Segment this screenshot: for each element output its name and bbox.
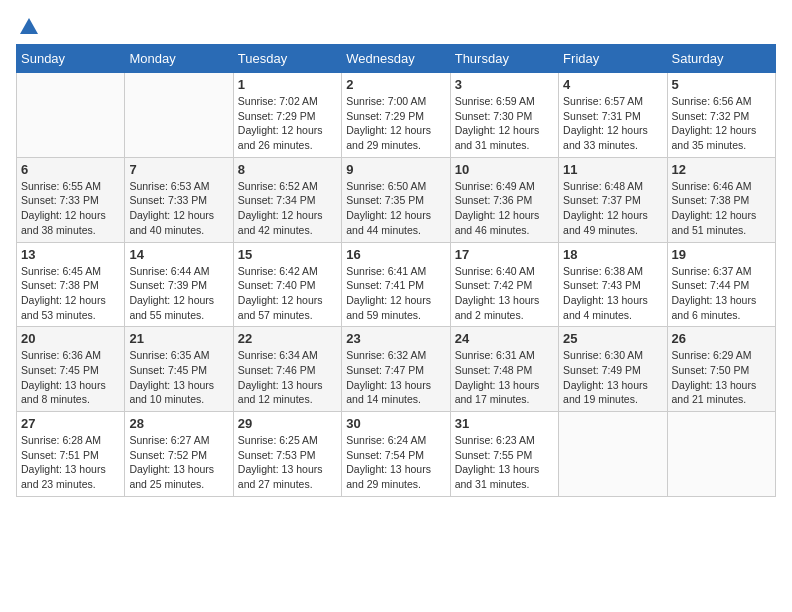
day-number: 16	[346, 247, 445, 262]
day-number: 12	[672, 162, 771, 177]
day-number: 4	[563, 77, 662, 92]
day-number: 17	[455, 247, 554, 262]
day-info: Sunrise: 6:59 AM Sunset: 7:30 PM Dayligh…	[455, 94, 554, 153]
day-info: Sunrise: 6:23 AM Sunset: 7:55 PM Dayligh…	[455, 433, 554, 492]
day-info: Sunrise: 7:02 AM Sunset: 7:29 PM Dayligh…	[238, 94, 337, 153]
day-info: Sunrise: 6:48 AM Sunset: 7:37 PM Dayligh…	[563, 179, 662, 238]
day-info: Sunrise: 6:28 AM Sunset: 7:51 PM Dayligh…	[21, 433, 120, 492]
day-number: 3	[455, 77, 554, 92]
day-info: Sunrise: 6:44 AM Sunset: 7:39 PM Dayligh…	[129, 264, 228, 323]
day-info: Sunrise: 6:32 AM Sunset: 7:47 PM Dayligh…	[346, 348, 445, 407]
calendar-cell: 12Sunrise: 6:46 AM Sunset: 7:38 PM Dayli…	[667, 157, 775, 242]
calendar-cell: 19Sunrise: 6:37 AM Sunset: 7:44 PM Dayli…	[667, 242, 775, 327]
calendar-cell: 5Sunrise: 6:56 AM Sunset: 7:32 PM Daylig…	[667, 73, 775, 158]
day-number: 27	[21, 416, 120, 431]
calendar-cell	[125, 73, 233, 158]
day-info: Sunrise: 6:56 AM Sunset: 7:32 PM Dayligh…	[672, 94, 771, 153]
day-info: Sunrise: 6:38 AM Sunset: 7:43 PM Dayligh…	[563, 264, 662, 323]
day-header-tuesday: Tuesday	[233, 45, 341, 73]
day-info: Sunrise: 6:52 AM Sunset: 7:34 PM Dayligh…	[238, 179, 337, 238]
calendar-cell: 13Sunrise: 6:45 AM Sunset: 7:38 PM Dayli…	[17, 242, 125, 327]
day-header-friday: Friday	[559, 45, 667, 73]
day-info: Sunrise: 6:46 AM Sunset: 7:38 PM Dayligh…	[672, 179, 771, 238]
day-info: Sunrise: 6:31 AM Sunset: 7:48 PM Dayligh…	[455, 348, 554, 407]
day-header-sunday: Sunday	[17, 45, 125, 73]
week-row-3: 13Sunrise: 6:45 AM Sunset: 7:38 PM Dayli…	[17, 242, 776, 327]
day-info: Sunrise: 6:27 AM Sunset: 7:52 PM Dayligh…	[129, 433, 228, 492]
week-row-4: 20Sunrise: 6:36 AM Sunset: 7:45 PM Dayli…	[17, 327, 776, 412]
calendar-cell	[559, 412, 667, 497]
calendar-cell: 16Sunrise: 6:41 AM Sunset: 7:41 PM Dayli…	[342, 242, 450, 327]
day-info: Sunrise: 6:40 AM Sunset: 7:42 PM Dayligh…	[455, 264, 554, 323]
day-info: Sunrise: 6:57 AM Sunset: 7:31 PM Dayligh…	[563, 94, 662, 153]
calendar-cell: 30Sunrise: 6:24 AM Sunset: 7:54 PM Dayli…	[342, 412, 450, 497]
day-info: Sunrise: 6:53 AM Sunset: 7:33 PM Dayligh…	[129, 179, 228, 238]
logo-icon	[18, 16, 40, 38]
calendar-cell: 28Sunrise: 6:27 AM Sunset: 7:52 PM Dayli…	[125, 412, 233, 497]
day-number: 24	[455, 331, 554, 346]
day-number: 7	[129, 162, 228, 177]
day-info: Sunrise: 6:24 AM Sunset: 7:54 PM Dayligh…	[346, 433, 445, 492]
page-header	[16, 16, 776, 34]
day-info: Sunrise: 6:41 AM Sunset: 7:41 PM Dayligh…	[346, 264, 445, 323]
day-info: Sunrise: 6:36 AM Sunset: 7:45 PM Dayligh…	[21, 348, 120, 407]
calendar-cell: 22Sunrise: 6:34 AM Sunset: 7:46 PM Dayli…	[233, 327, 341, 412]
day-info: Sunrise: 6:34 AM Sunset: 7:46 PM Dayligh…	[238, 348, 337, 407]
day-number: 18	[563, 247, 662, 262]
day-number: 26	[672, 331, 771, 346]
day-number: 30	[346, 416, 445, 431]
week-row-2: 6Sunrise: 6:55 AM Sunset: 7:33 PM Daylig…	[17, 157, 776, 242]
day-number: 5	[672, 77, 771, 92]
calendar-cell: 25Sunrise: 6:30 AM Sunset: 7:49 PM Dayli…	[559, 327, 667, 412]
day-number: 8	[238, 162, 337, 177]
day-number: 31	[455, 416, 554, 431]
day-number: 10	[455, 162, 554, 177]
calendar-cell: 20Sunrise: 6:36 AM Sunset: 7:45 PM Dayli…	[17, 327, 125, 412]
logo	[16, 16, 40, 34]
day-number: 2	[346, 77, 445, 92]
day-number: 20	[21, 331, 120, 346]
calendar-table: SundayMondayTuesdayWednesdayThursdayFrid…	[16, 44, 776, 497]
calendar-cell	[17, 73, 125, 158]
day-info: Sunrise: 6:42 AM Sunset: 7:40 PM Dayligh…	[238, 264, 337, 323]
calendar-cell: 4Sunrise: 6:57 AM Sunset: 7:31 PM Daylig…	[559, 73, 667, 158]
calendar-cell: 23Sunrise: 6:32 AM Sunset: 7:47 PM Dayli…	[342, 327, 450, 412]
calendar-cell: 7Sunrise: 6:53 AM Sunset: 7:33 PM Daylig…	[125, 157, 233, 242]
calendar-cell: 15Sunrise: 6:42 AM Sunset: 7:40 PM Dayli…	[233, 242, 341, 327]
svg-marker-0	[20, 18, 38, 34]
calendar-cell: 1Sunrise: 7:02 AM Sunset: 7:29 PM Daylig…	[233, 73, 341, 158]
calendar-cell: 27Sunrise: 6:28 AM Sunset: 7:51 PM Dayli…	[17, 412, 125, 497]
day-info: Sunrise: 6:29 AM Sunset: 7:50 PM Dayligh…	[672, 348, 771, 407]
calendar-cell: 11Sunrise: 6:48 AM Sunset: 7:37 PM Dayli…	[559, 157, 667, 242]
day-number: 22	[238, 331, 337, 346]
day-number: 25	[563, 331, 662, 346]
week-row-5: 27Sunrise: 6:28 AM Sunset: 7:51 PM Dayli…	[17, 412, 776, 497]
calendar-cell: 8Sunrise: 6:52 AM Sunset: 7:34 PM Daylig…	[233, 157, 341, 242]
calendar-cell	[667, 412, 775, 497]
day-info: Sunrise: 6:55 AM Sunset: 7:33 PM Dayligh…	[21, 179, 120, 238]
week-row-1: 1Sunrise: 7:02 AM Sunset: 7:29 PM Daylig…	[17, 73, 776, 158]
calendar-cell: 21Sunrise: 6:35 AM Sunset: 7:45 PM Dayli…	[125, 327, 233, 412]
day-header-monday: Monday	[125, 45, 233, 73]
day-number: 11	[563, 162, 662, 177]
day-number: 29	[238, 416, 337, 431]
day-number: 9	[346, 162, 445, 177]
calendar-cell: 9Sunrise: 6:50 AM Sunset: 7:35 PM Daylig…	[342, 157, 450, 242]
calendar-cell: 17Sunrise: 6:40 AM Sunset: 7:42 PM Dayli…	[450, 242, 558, 327]
day-number: 23	[346, 331, 445, 346]
day-number: 1	[238, 77, 337, 92]
calendar-cell: 18Sunrise: 6:38 AM Sunset: 7:43 PM Dayli…	[559, 242, 667, 327]
day-info: Sunrise: 6:45 AM Sunset: 7:38 PM Dayligh…	[21, 264, 120, 323]
day-header-saturday: Saturday	[667, 45, 775, 73]
calendar-cell: 2Sunrise: 7:00 AM Sunset: 7:29 PM Daylig…	[342, 73, 450, 158]
calendar-cell: 3Sunrise: 6:59 AM Sunset: 7:30 PM Daylig…	[450, 73, 558, 158]
calendar-header-row: SundayMondayTuesdayWednesdayThursdayFrid…	[17, 45, 776, 73]
day-number: 14	[129, 247, 228, 262]
calendar-cell: 29Sunrise: 6:25 AM Sunset: 7:53 PM Dayli…	[233, 412, 341, 497]
day-number: 15	[238, 247, 337, 262]
day-header-wednesday: Wednesday	[342, 45, 450, 73]
day-info: Sunrise: 6:35 AM Sunset: 7:45 PM Dayligh…	[129, 348, 228, 407]
day-number: 21	[129, 331, 228, 346]
calendar-cell: 14Sunrise: 6:44 AM Sunset: 7:39 PM Dayli…	[125, 242, 233, 327]
calendar-cell: 26Sunrise: 6:29 AM Sunset: 7:50 PM Dayli…	[667, 327, 775, 412]
